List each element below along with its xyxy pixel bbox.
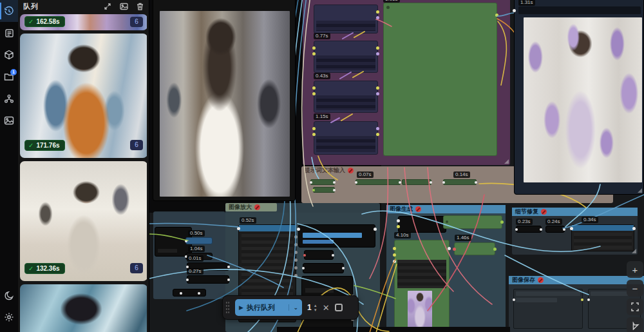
group-resize-handle[interactable] (504, 159, 509, 164)
connector-dot[interactable] (312, 189, 315, 191)
node-dpill-1[interactable] (516, 226, 542, 233)
settings-button[interactable] (0, 306, 18, 328)
connector-dot[interactable] (294, 259, 298, 262)
sidebar-item-gallery[interactable] (0, 110, 18, 132)
connector-dot[interactable] (513, 9, 516, 12)
connector-dot[interactable] (430, 181, 432, 184)
connector-dot[interactable] (227, 266, 230, 268)
connector-dot[interactable] (515, 228, 518, 231)
connector-dot[interactable] (237, 227, 240, 230)
group-resize-handle[interactable] (632, 249, 636, 253)
connector-dot[interactable] (294, 274, 298, 277)
node-progress[interactable] (298, 224, 375, 248)
group-detail[interactable]: 细节修复 0.23s 0.24s 0.34s (512, 208, 638, 255)
node-header[interactable] (239, 225, 296, 231)
node-widget[interactable] (305, 288, 334, 293)
step-down-icon[interactable]: ▼ (314, 308, 317, 312)
pointer-tool-button[interactable] (627, 317, 643, 332)
connector-dot[interactable] (312, 92, 316, 95)
node-mini-2[interactable] (303, 263, 344, 273)
connector-dot[interactable] (570, 227, 573, 230)
queue-item[interactable]: ✓ 132.36s 6 (20, 161, 147, 281)
node-dpill-2[interactable] (545, 226, 565, 233)
connector-dot[interactable] (312, 127, 316, 130)
connector-dot[interactable] (227, 278, 230, 281)
node-pill-1[interactable] (185, 237, 213, 244)
node-text-b[interactable] (355, 179, 401, 185)
node-widget[interactable] (518, 6, 641, 14)
theme-toggle[interactable] (0, 284, 18, 306)
connector-dot[interactable] (310, 181, 312, 184)
connector-dot[interactable] (376, 52, 379, 55)
connector-dot[interactable] (376, 133, 379, 136)
connector-dot[interactable] (332, 254, 334, 257)
connector-dot[interactable] (294, 243, 298, 246)
node-clip-1[interactable] (314, 5, 378, 34)
connector-dot[interactable] (180, 292, 182, 295)
node-detail-blue[interactable] (571, 224, 634, 251)
connector-dot[interactable] (355, 181, 357, 184)
street-photo[interactable] (160, 11, 290, 197)
connector-dot[interactable] (303, 254, 306, 257)
expand-icon[interactable] (104, 3, 111, 10)
connector-dot[interactable] (333, 189, 336, 191)
node-pill-5[interactable] (173, 289, 206, 297)
sidebar-item-node-library[interactable] (0, 88, 18, 110)
node-widget[interactable] (516, 291, 580, 296)
node-header[interactable] (572, 225, 634, 231)
connector-dot[interactable] (297, 228, 300, 231)
connector-dot[interactable] (376, 92, 379, 95)
connector-dot[interactable] (632, 227, 636, 230)
node-text-c[interactable] (402, 179, 431, 185)
connector-dot[interactable] (493, 248, 497, 251)
group-purple[interactable]: 0.77s 0.43s 1.15s (303, 0, 510, 165)
connector-dot[interactable] (376, 127, 379, 130)
fit-view-button[interactable] (627, 298, 643, 315)
connector-dot[interactable] (185, 240, 187, 242)
batch-count-value[interactable]: 1 (307, 303, 312, 312)
count-stepper[interactable]: ▲ ▼ (314, 304, 317, 312)
stop-button[interactable] (335, 304, 343, 311)
node-resize-handle[interactable] (638, 188, 642, 193)
zoom-in-button[interactable]: + (627, 261, 643, 278)
connector-dot[interactable] (312, 52, 316, 55)
node-clip-4[interactable] (314, 121, 378, 155)
connector-dot[interactable] (312, 133, 316, 136)
connector-dot[interactable] (495, 14, 498, 17)
connector-dot[interactable] (442, 181, 445, 184)
connector-dot[interactable] (513, 298, 515, 301)
connector-dot[interactable] (397, 219, 400, 222)
connector-dot[interactable] (376, 10, 379, 14)
connector-dot[interactable] (386, 6, 390, 9)
node-preview-large[interactable] (383, 3, 497, 156)
chevron-down-icon[interactable]: ⌄ (289, 304, 298, 311)
connector-dot[interactable] (312, 46, 316, 50)
node-black-gen[interactable] (398, 216, 446, 233)
step-up-icon[interactable]: ▲ (314, 304, 317, 308)
trash-icon[interactable] (137, 3, 144, 10)
node-widget[interactable] (158, 249, 177, 253)
connector-dot[interactable] (563, 228, 565, 231)
node-text-a[interactable] (310, 179, 335, 185)
zoom-out-button[interactable]: − (627, 280, 643, 297)
node-graph-canvas[interactable]: 0.77s 0.43s 1.15s (149, 0, 644, 332)
sidebar-item-workflows[interactable]: 1 (0, 66, 18, 88)
group-save[interactable]: 图像保存 (509, 276, 644, 332)
node-mini-1[interactable] (304, 250, 334, 260)
node-clip-3[interactable] (314, 81, 378, 113)
preview-thumbnail[interactable] (408, 291, 432, 331)
connector-dot[interactable] (294, 235, 298, 239)
connector-dot[interactable] (446, 220, 448, 223)
node-image-street[interactable] (153, 0, 296, 201)
sidebar-item-logs[interactable] (0, 22, 18, 44)
wisteria-photo[interactable] (524, 17, 642, 182)
node-clip-2[interactable] (314, 41, 378, 73)
connector-dot[interactable] (393, 247, 396, 250)
connector-dot[interactable] (376, 16, 379, 19)
connector-dot[interactable] (393, 253, 396, 257)
connector-dot[interactable] (312, 86, 316, 90)
connector-dot[interactable] (333, 181, 336, 184)
node-image-wisteria[interactable]: 1.31s (514, 0, 644, 195)
connector-dot[interactable] (500, 220, 504, 224)
connector-dot[interactable] (587, 298, 590, 301)
